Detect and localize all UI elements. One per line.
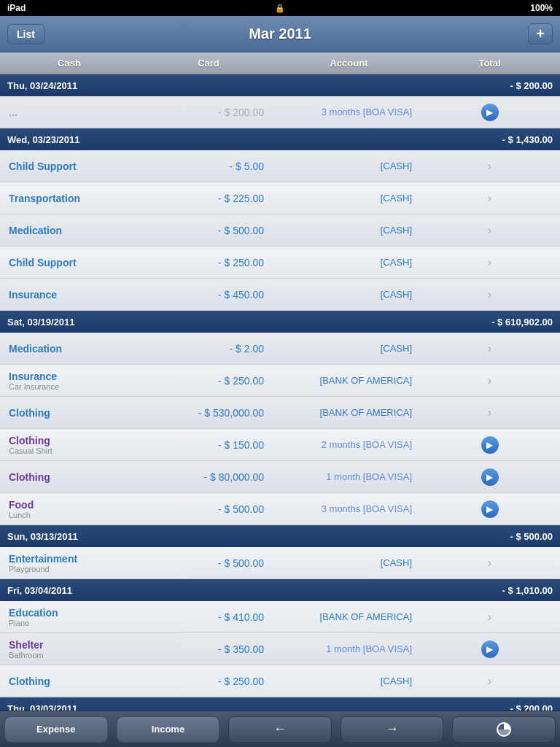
date-total: - $ 1,430.00 [502, 134, 553, 145]
date-total: - $ 200.00 [510, 80, 553, 91]
txn-arrow[interactable]: › [419, 611, 560, 624]
txn-category: ... [0, 107, 139, 118]
device-label: iPad [7, 3, 26, 13]
txn-category: Education Piano [0, 607, 139, 627]
txn-account: [BANK OF AMERICA] [279, 611, 419, 622]
battery-label: 100% [530, 3, 553, 13]
date-label: Wed, 03/23/2011 [7, 134, 80, 145]
circle-arrow-icon[interactable]: ▶ [481, 640, 499, 658]
txn-category: Clothing [0, 407, 139, 419]
table-row[interactable]: Medication - $ 500.00 [CASH] › [0, 214, 560, 247]
income-button[interactable]: Income [117, 716, 220, 743]
txn-arrow[interactable]: › [419, 160, 560, 173]
txn-arrow[interactable]: › [419, 192, 560, 205]
category-sub: Piano [9, 619, 139, 627]
txn-account: [CASH] [279, 160, 419, 171]
table-row[interactable]: Insurance - $ 450.00 [CASH] › [0, 279, 560, 311]
txn-account: [CASH] [279, 676, 419, 686]
txn-category: Medication [0, 225, 139, 236]
txn-arrow[interactable]: › [419, 224, 560, 237]
circle-arrow-icon[interactable]: ▶ [481, 500, 499, 518]
txn-account: 3 months [BOA VISA] [279, 503, 419, 514]
category-name: Child Support [9, 160, 139, 172]
table-row[interactable]: Education Piano - $ 410.00 [BANK OF AMER… [0, 601, 560, 633]
expense-button[interactable]: Expense [4, 716, 108, 743]
date-label: Fri, 03/04/2011 [7, 585, 72, 596]
category-name: Food [9, 499, 139, 511]
chart-button[interactable] [452, 716, 556, 743]
table-row[interactable]: Clothing - $ 250.00 [CASH] › [0, 665, 560, 697]
txn-arrow[interactable]: ▶ [419, 468, 560, 486]
table-row[interactable]: Food Lunch - $ 500.00 3 months [BOA VISA… [0, 493, 560, 525]
txn-amount: - $ 250.00 [139, 257, 279, 268]
table-row[interactable]: Medication - $ 2.00 [CASH] › [0, 333, 560, 365]
table-row[interactable]: Clothing Casual Shirt - $ 150.00 2 month… [0, 429, 560, 461]
circle-arrow-icon[interactable]: ▶ [481, 436, 499, 454]
txn-arrow[interactable]: › [419, 256, 560, 269]
category-name: Clothing [9, 435, 139, 446]
txn-category: Food Lunch [0, 499, 139, 519]
category-sub: Playground [9, 565, 139, 573]
prev-button[interactable]: ← [228, 716, 332, 743]
table-row[interactable]: Child Support - $ 250.00 [CASH] › [0, 247, 560, 279]
circle-arrow-icon[interactable]: ▶ [481, 104, 499, 121]
txn-arrow[interactable]: › [419, 675, 560, 688]
table-row[interactable]: Transportation - $ 225.00 [CASH] › [0, 182, 560, 214]
txn-amount: - $ 150.00 [139, 439, 279, 451]
txn-amount: - $ 250.00 [139, 676, 279, 687]
txn-amount: - $ 450.00 [139, 289, 279, 301]
category-name: Education [9, 607, 139, 619]
txn-arrow[interactable]: › [419, 288, 560, 301]
table-row[interactable]: Entertainment Playground - $ 500.00 [CAS… [0, 547, 560, 579]
category-name: Child Support [9, 257, 139, 268]
category-sub: Car Insurance [9, 382, 139, 391]
table-row[interactable]: ... - $ 200.00 3 months [BOA VISA] ▶ [0, 96, 560, 128]
page-title: Mar 2011 [249, 26, 311, 42]
txn-account: [BANK OF AMERICA] [279, 375, 419, 386]
txn-arrow[interactable]: › [419, 342, 560, 355]
category-name: Medication [9, 343, 139, 355]
txn-category: Entertainment Playground [0, 553, 139, 573]
table-row[interactable]: Clothing - $ 80,000.00 1 month [BOA VISA… [0, 461, 560, 493]
txn-arrow[interactable]: › [419, 406, 560, 419]
txn-arrow[interactable]: ▶ [419, 640, 560, 658]
txn-arrow[interactable]: ▶ [419, 436, 560, 454]
txn-arrow[interactable]: ▶ [419, 104, 560, 121]
txn-account: 1 month [BOA VISA] [279, 643, 419, 654]
txn-category: Insurance [0, 289, 139, 301]
txn-account: [CASH] [279, 289, 419, 300]
date-row: Fri, 03/04/2011 - $ 1,010.00 [0, 579, 560, 601]
txn-arrow[interactable]: › [419, 557, 560, 570]
column-headers: Cash Card Account Total [0, 53, 560, 74]
table-row[interactable]: Child Support - $ 5.00 [CASH] › [0, 150, 560, 182]
txn-category: Clothing [0, 471, 139, 483]
list-button[interactable]: List [7, 24, 44, 44]
col-cash-header: Cash [0, 58, 139, 69]
lock-icon: 🔒 [275, 4, 285, 13]
txn-arrow[interactable]: ▶ [419, 500, 560, 518]
bottom-toolbar: Expense Income ← → [0, 711, 560, 747]
txn-account: 3 months [BOA VISA] [279, 107, 419, 117]
category-name: Entertainment [9, 553, 139, 565]
table-row[interactable]: Clothing - $ 530,000.00 [BANK OF AMERICA… [0, 397, 560, 429]
table-row[interactable]: Insurance Car Insurance - $ 250.00 [BANK… [0, 365, 560, 397]
date-row: Sat, 03/19/2011 - $ 610,902.00 [0, 311, 560, 333]
txn-amount: - $ 500.00 [139, 503, 279, 515]
txn-account: [CASH] [279, 343, 419, 354]
txn-amount: - $ 80,000.00 [139, 471, 279, 483]
txn-amount: - $ 500.00 [139, 557, 279, 569]
add-button[interactable]: + [528, 23, 553, 44]
nav-bar: List Mar 2011 + [0, 16, 560, 53]
category-name: Medication [9, 225, 139, 236]
category-name: Insurance [9, 289, 139, 301]
txn-arrow[interactable]: › [419, 374, 560, 387]
date-label: Sun, 03/13/2011 [7, 531, 78, 542]
col-total-header: Total [419, 58, 560, 69]
category-sub: Lunch [9, 511, 139, 519]
circle-arrow-icon[interactable]: ▶ [481, 468, 499, 486]
txn-category: Child Support [0, 257, 139, 268]
transactions-list: Thu, 03/24/2011 - $ 200.00 ... - $ 200.0… [0, 74, 560, 747]
next-button[interactable]: → [341, 716, 444, 743]
table-row[interactable]: Shelter Bathroom - $ 350.00 1 month [BOA… [0, 633, 560, 665]
category-sub: Casual Shirt [9, 446, 139, 455]
